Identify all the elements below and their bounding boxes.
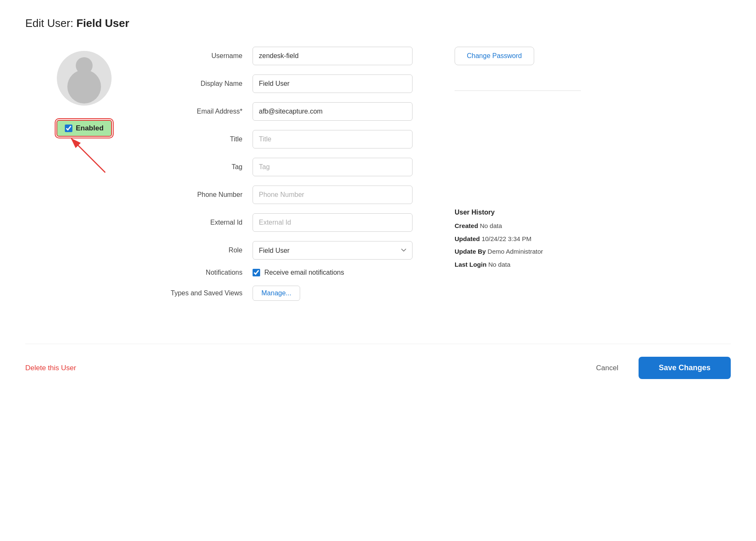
title-input[interactable] [253,130,413,149]
avatar [57,51,112,106]
tag-input[interactable] [253,158,413,176]
divider [455,90,581,91]
notifications-label: Notifications [168,269,253,276]
username-input[interactable] [253,47,413,65]
email-label: Email Address* [168,108,253,115]
enabled-label: Enabled [76,124,104,133]
delete-user-button[interactable]: Delete this User [25,364,76,372]
annotation-arrow [59,133,109,175]
change-password-button[interactable]: Change Password [455,47,534,65]
avatar-silhouette [67,70,101,103]
phone-input[interactable] [253,186,413,204]
external-id-row: External Id [168,213,413,232]
tag-label: Tag [168,163,253,171]
notifications-row: Notifications Receive email notification… [168,269,413,276]
role-label: Role [168,247,253,254]
history-updated: Updated 10/24/22 3:34 PM [455,234,581,244]
tag-row: Tag [168,158,413,176]
save-changes-button[interactable]: Save Changes [639,357,731,379]
role-select[interactable]: Field User Administrator Manager [253,241,413,260]
cancel-button[interactable]: Cancel [584,358,630,378]
history-created: Created No data [455,221,581,231]
footer: Delete this User Cancel Save Changes [25,344,731,379]
form-section: Username Display Name Email Address* Tit… [143,47,438,310]
title-row: Title [168,130,413,149]
external-id-input[interactable] [253,213,413,232]
user-history-section: User History Created No data Updated 10/… [455,209,581,269]
phone-label: Phone Number [168,191,253,199]
username-row: Username [168,47,413,65]
notifications-checkbox[interactable] [253,269,260,276]
role-row: Role Field User Administrator Manager [168,241,413,260]
username-label: Username [168,52,253,60]
history-update-by: Update By Demo Administrator [455,247,581,257]
display-name-row: Display Name [168,74,413,93]
history-last-login: Last Login No data [455,260,581,270]
display-name-label: Display Name [168,80,253,88]
external-id-label: External Id [168,219,253,226]
notifications-checkbox-label: Receive email notifications [264,269,344,276]
page-title: Edit User: Field User [25,17,731,30]
enabled-checkbox[interactable] [65,125,72,132]
left-column: Enabled [25,47,143,175]
types-label: Types and Saved Views [168,289,253,297]
types-row: Types and Saved Views Manage... [168,286,413,301]
footer-actions: Cancel Save Changes [584,357,731,379]
svg-line-1 [72,139,105,172]
notifications-control: Receive email notifications [253,269,344,276]
right-column: Change Password User History Created No … [438,47,581,273]
display-name-input[interactable] [253,74,413,93]
title-label: Title [168,135,253,143]
manage-button[interactable]: Manage... [253,286,300,301]
annotation-arrow-container [25,141,143,175]
history-title: User History [455,209,581,216]
phone-row: Phone Number [168,186,413,204]
email-input[interactable] [253,102,413,121]
email-row: Email Address* [168,102,413,121]
